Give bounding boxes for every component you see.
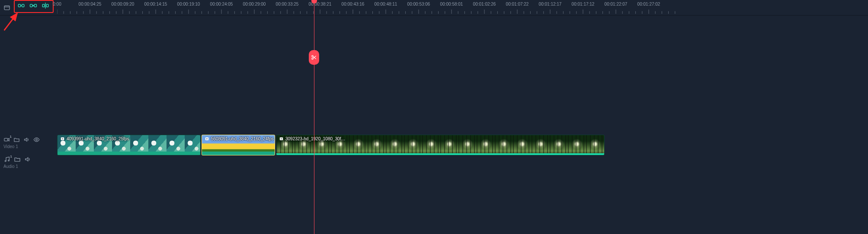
ruler-tick-label: 00:00:04:25 xyxy=(79,2,102,6)
ruler-tick-label: 00:00:53:06 xyxy=(407,2,430,6)
ruler-ticks xyxy=(57,9,868,14)
ruler-tick-label: 00:00:24:05 xyxy=(210,2,233,6)
svg-rect-3 xyxy=(30,4,32,7)
svg-rect-5 xyxy=(42,4,45,7)
link-clips-icon[interactable] xyxy=(17,2,25,9)
ruler-tick-label: 00:00:29:00 xyxy=(243,2,266,6)
camera-icon[interactable]: 1 xyxy=(3,136,10,143)
scissors-icon xyxy=(311,54,317,60)
highlighted-tools xyxy=(17,2,49,9)
ruler-tick-label: 00:01:02:26 xyxy=(473,2,496,6)
audio-icon[interactable] xyxy=(23,136,30,143)
ruler-tick-label: 00:01:12:17 xyxy=(539,2,562,6)
ruler-tick-label: 0:00 xyxy=(53,2,61,6)
playhead[interactable] xyxy=(314,0,314,234)
ruler-tick-label: 00:01:07:22 xyxy=(506,2,529,6)
svg-rect-4 xyxy=(34,4,36,7)
media-panel-icon[interactable] xyxy=(3,4,10,11)
svg-point-10 xyxy=(36,139,38,140)
unlink-clips-icon[interactable] xyxy=(29,2,37,9)
ruler-tick-label: 00:00:19:10 xyxy=(177,2,200,6)
svg-rect-0 xyxy=(4,6,10,9)
timeline-topbar: 0:0000:00:04:2500:00:09:2000:00:14:1500:… xyxy=(0,0,868,16)
ruler-tick-label: 00:00:33:25 xyxy=(276,2,299,6)
audio-icon[interactable] xyxy=(24,156,31,163)
ruler-tick-label: 00:00:48:11 xyxy=(375,2,397,6)
timeline-clip[interactable]: 5608091-uhd_3840_2160_24fps xyxy=(202,135,275,155)
svg-rect-1 xyxy=(18,4,20,7)
ruler-tick-label: 00:00:43:16 xyxy=(342,2,365,6)
video-track-header[interactable]: 1 Video 1 xyxy=(0,134,43,154)
audio-track-header[interactable]: 1 Audio 1 xyxy=(0,154,43,171)
cut-tool-knob[interactable] xyxy=(309,50,319,65)
visibility-icon[interactable] xyxy=(33,136,40,143)
folder-icon[interactable] xyxy=(14,156,21,163)
video-track-index: 1 xyxy=(10,135,12,139)
svg-rect-6 xyxy=(46,4,48,7)
ruler-tick-label: 00:00:09:20 xyxy=(112,2,135,6)
ruler-tick-label: 00:01:17:12 xyxy=(572,2,595,6)
split-clip-icon[interactable] xyxy=(42,2,49,9)
ruler-tick-label: 00:00:58:01 xyxy=(440,2,463,6)
timeline-ruler[interactable]: 0:0000:00:04:2500:00:09:2000:00:14:1500:… xyxy=(57,0,868,16)
ruler-tick-label: 00:00:14:15 xyxy=(144,2,167,6)
track-headers: 1 Video 1 1 Audio xyxy=(0,134,43,171)
svg-rect-9 xyxy=(4,138,8,141)
timeline-clip[interactable]: 3092323-hd_1920_1080_30f… xyxy=(276,135,605,155)
svg-rect-2 xyxy=(22,4,24,7)
ruler-tick-label: 00:01:27:02 xyxy=(637,2,660,6)
svg-point-12 xyxy=(8,160,10,161)
music-icon[interactable]: 1 xyxy=(3,156,10,163)
video-track-label: Video 1 xyxy=(3,144,40,149)
timeline-clip[interactable]: 4093991-uhd_3840_2160_25fps xyxy=(57,135,201,155)
svg-point-11 xyxy=(5,161,6,162)
ruler-tick-label: 00:01:22:07 xyxy=(605,2,628,6)
audio-track-index: 1 xyxy=(10,155,12,158)
audio-track-label: Audio 1 xyxy=(3,164,40,169)
folder-icon[interactable] xyxy=(13,136,20,143)
video-track-lane[interactable]: 4093991-uhd_3840_2160_25fps5608091-uhd_3… xyxy=(57,135,868,163)
